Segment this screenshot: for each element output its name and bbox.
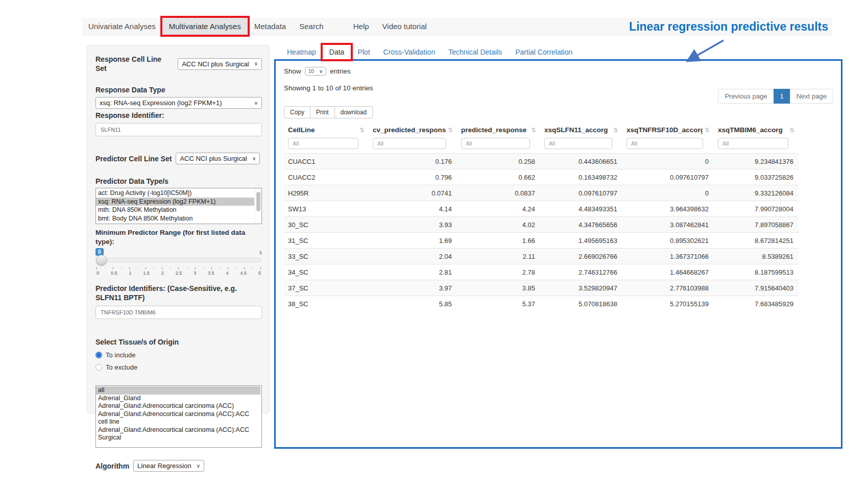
tab-data[interactable]: Data: [323, 45, 351, 59]
tissue-option-adrenal-gland-adrenocortical-carcinoma-a[interactable]: Adrenal_Gland:Adrenocortical carcinoma (…: [96, 426, 260, 442]
predictor-cell-line-set-select[interactable]: ACC NCI plus Surgical ∨: [176, 153, 260, 164]
tissue-origin-label: Select Tissue/s of Origin: [95, 337, 262, 347]
tab-plot[interactable]: Plot: [351, 45, 376, 59]
min-predictor-range-label: Minimum Predictor Range (for first liste…: [95, 228, 262, 247]
next-page-button[interactable]: Next page: [790, 89, 833, 104]
response-data-type-select[interactable]: xsq: RNA-seq Expression (log2 FPKM+1) ∨: [95, 97, 262, 109]
export-buttons: CopyPrintdownload: [284, 106, 833, 118]
cell-value: 7.683485929: [714, 296, 799, 312]
nav-item-multivariate-analyses[interactable]: Multivariate Analyses: [162, 18, 248, 35]
sort-icon[interactable]: ⇅: [789, 127, 794, 134]
table-row: 37_SC3.973.853.5298209472.7761039887.915…: [284, 280, 799, 296]
slider-track[interactable]: [97, 258, 261, 262]
table-copy-button[interactable]: Copy: [284, 106, 310, 118]
column-filter-input-predicted-response[interactable]: [461, 138, 530, 149]
table-print-button[interactable]: Print: [310, 106, 335, 118]
cell-value: 2.78: [457, 264, 540, 280]
predictor-data-type-option-bmt[interactable]: bmt: Body DNA 850K Methylation: [96, 214, 254, 223]
sort-icon[interactable]: ⇅: [448, 127, 453, 134]
column-header-xsqtnfrsf10d-accorg[interactable]: xsqTNFRSF10D_accorg⇅: [622, 123, 714, 137]
cell-value: 1.495695163: [540, 233, 622, 249]
algorithm-select[interactable]: Linear Regression ∨: [133, 460, 204, 472]
results-tabs: HeatmapDataPlotCross-ValidationTechnical…: [280, 45, 579, 59]
tissue-radio-to-exclude[interactable]: To exclude: [95, 363, 262, 371]
response-data-type-value: xsq: RNA-seq Expression (log2 FPKM+1): [100, 99, 222, 107]
column-header-predicted-response[interactable]: predicted_response⇅: [457, 123, 540, 137]
tab-partial-correlation[interactable]: Partial Correlation: [509, 45, 579, 59]
column-header-cellline[interactable]: CellLine⇅: [284, 123, 369, 137]
listbox-scrollbar[interactable]: [255, 188, 261, 224]
predictor-cell-line-set-label: Predictor Cell Line Set: [95, 154, 172, 163]
sort-icon[interactable]: ⇅: [613, 127, 618, 134]
slider-tick-label: 5: [258, 271, 261, 276]
cell-cellline: 34_SC: [284, 264, 369, 280]
slider-tick-label: 4.5: [240, 271, 247, 276]
column-filter-input-xsqtnfrsf10d-accorg[interactable]: [626, 138, 703, 149]
cell-value: 5.070818638: [540, 296, 622, 312]
cell-value: 7.990728004: [714, 201, 799, 217]
cell-cellline: SW13: [284, 201, 369, 217]
cell-value: 4.24: [457, 201, 540, 217]
scrollbar-thumb[interactable]: [256, 192, 260, 211]
slider-max-label: 5: [259, 250, 262, 255]
sort-icon[interactable]: ⇅: [705, 127, 710, 134]
column-header-xsqtmbim6-accorg[interactable]: xsqTMBIM6_accorg⇅: [714, 123, 799, 137]
predictor-identifiers-input[interactable]: [95, 306, 262, 319]
nav-item-search[interactable]: Search: [293, 18, 330, 35]
cell-cellline: 30_SC: [284, 217, 369, 233]
tab-heatmap[interactable]: Heatmap: [280, 45, 323, 59]
current-page-button[interactable]: 1: [774, 89, 790, 104]
cell-value: 1.367371066: [622, 249, 714, 264]
cell-value: 2.04: [369, 249, 457, 264]
slider-tick-labels: 00.511.522.533.544.55: [97, 271, 261, 276]
tissue-option-adrenal-gland-adrenocortical-carcinoma-a[interactable]: Adrenal_Gland:Adrenocortical carcinoma (…: [96, 402, 260, 410]
nav-item-help[interactable]: Help: [347, 18, 376, 35]
pagination: Previous page 1 Next page: [718, 89, 833, 104]
column-filter-input-cv-predicted-response[interactable]: [373, 138, 446, 149]
column-header-cv-predicted-response[interactable]: cv_predicted_response⇅: [369, 123, 457, 137]
cell-value: 0.662: [457, 169, 540, 185]
cell-value: 4.483493351: [540, 201, 622, 217]
column-filter-input-xsqslfn11-accorg[interactable]: [544, 138, 612, 149]
tab-technical-details[interactable]: Technical Details: [442, 45, 509, 59]
column-header-xsqslfn11-accorg[interactable]: xsqSLFN11_accorg⇅: [540, 123, 622, 137]
response-cell-line-set-select[interactable]: ACC NCI plus Surgical ∨: [178, 58, 262, 70]
predictor-data-type-option-mth[interactable]: mth: DNA 850K Methylation: [96, 206, 254, 214]
table-row: 31_SC1.691.661.4956951630.8953026218.672…: [284, 233, 799, 249]
cell-value: 2.11: [457, 249, 540, 264]
nav-item-univariate-analyses[interactable]: Univariate Analyses: [82, 18, 162, 35]
column-filter-input-xsqtmbim6-accorg[interactable]: [718, 138, 788, 149]
chevron-down-icon: ∨: [254, 61, 258, 66]
table-download-button[interactable]: download: [334, 106, 373, 118]
predictor-data-type-option-xsq[interactable]: xsq: RNA-seq Expression (log2 FPKM+1): [96, 198, 254, 206]
column-filter-input-cellline[interactable]: [288, 138, 358, 149]
tissue-option-adrenal-gland[interactable]: Adrenal_Gland: [96, 395, 260, 403]
tissue-option-all[interactable]: all: [96, 386, 260, 395]
column-header-label: xsqTNFRSF10D_accorg: [626, 126, 703, 134]
nav-item-metadata[interactable]: Metadata: [248, 18, 293, 35]
slider-handle[interactable]: [96, 255, 107, 265]
predictor-data-type-option-act[interactable]: act: Drug Activity (-log10[IC50M]): [96, 189, 254, 198]
sort-icon[interactable]: ⇅: [531, 127, 536, 134]
cell-value: 5.85: [369, 296, 457, 312]
predictor-identifiers-label: Predictor Identifiers: (Case-Sensitive, …: [95, 284, 259, 302]
show-entries-select[interactable]: 10 ∨: [305, 67, 326, 76]
column-header-label: xsqTMBIM6_accorg: [718, 126, 783, 134]
cell-cellline: H295R: [284, 185, 369, 201]
cell-value: 5.37: [457, 296, 540, 312]
algorithm-label: Algorithm: [95, 461, 129, 471]
cell-value: 0.163498732: [540, 169, 622, 185]
cell-value: 0.0741: [369, 185, 457, 201]
cell-value: 7.897058867: [714, 217, 799, 233]
previous-page-button[interactable]: Previous page: [718, 89, 774, 104]
response-identifier-input[interactable]: [95, 123, 262, 136]
tab-cross-validation[interactable]: Cross-Validation: [377, 45, 442, 59]
cell-value: 3.85: [457, 280, 540, 296]
predictor-data-types-listbox[interactable]: act: Drug Activity (-log10[IC50M])xsq: R…: [95, 188, 262, 224]
tissue-option-adrenal-gland-adrenocortical-carcinoma-a[interactable]: Adrenal_Gland:Adrenocortical carcinoma (…: [96, 410, 260, 426]
tissue-listbox[interactable]: allAdrenal_GlandAdrenal_Gland:Adrenocort…: [95, 385, 262, 448]
nav-item-video-tutorial[interactable]: Video tutorial: [376, 18, 433, 35]
table-row: CUACC20.7960.6620.1634987320.0976107979.…: [284, 169, 799, 185]
tissue-radio-to-include[interactable]: To include: [95, 351, 262, 359]
sort-icon[interactable]: ⇅: [359, 127, 365, 134]
